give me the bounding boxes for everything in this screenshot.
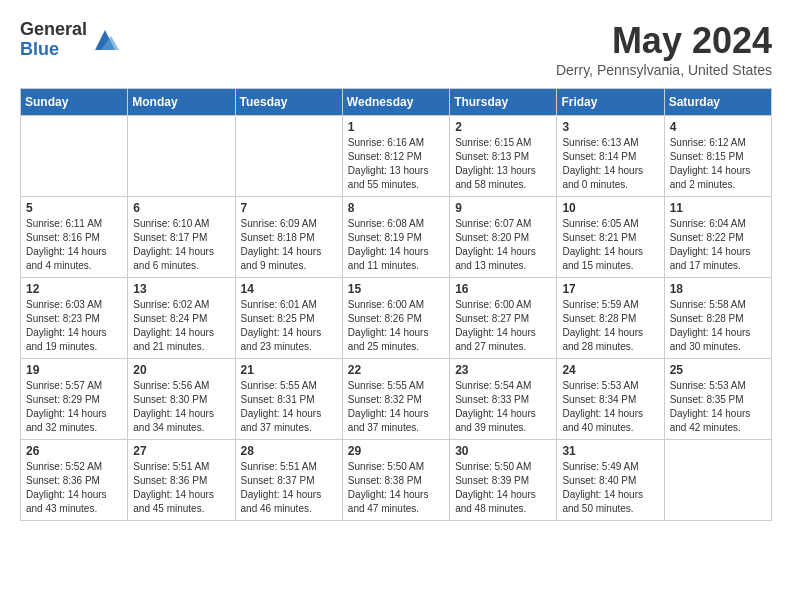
- day-of-week-header: Wednesday: [342, 89, 449, 116]
- day-number: 7: [241, 201, 337, 215]
- title-area: May 2024 Derry, Pennsylvania, United Sta…: [556, 20, 772, 78]
- day-info: Sunrise: 5:51 AMSunset: 8:36 PMDaylight:…: [133, 460, 229, 516]
- logo-text: General Blue: [20, 20, 87, 60]
- day-info: Sunrise: 5:56 AMSunset: 8:30 PMDaylight:…: [133, 379, 229, 435]
- calendar-day-cell: [664, 440, 771, 521]
- day-number: 17: [562, 282, 658, 296]
- calendar-day-cell: 8Sunrise: 6:08 AMSunset: 8:19 PMDaylight…: [342, 197, 449, 278]
- day-info: Sunrise: 6:12 AMSunset: 8:15 PMDaylight:…: [670, 136, 766, 192]
- day-info: Sunrise: 5:50 AMSunset: 8:38 PMDaylight:…: [348, 460, 444, 516]
- calendar-day-cell: 4Sunrise: 6:12 AMSunset: 8:15 PMDaylight…: [664, 116, 771, 197]
- day-number: 28: [241, 444, 337, 458]
- calendar-day-cell: 30Sunrise: 5:50 AMSunset: 8:39 PMDayligh…: [450, 440, 557, 521]
- day-number: 22: [348, 363, 444, 377]
- day-number: 1: [348, 120, 444, 134]
- day-info: Sunrise: 6:10 AMSunset: 8:17 PMDaylight:…: [133, 217, 229, 273]
- day-number: 14: [241, 282, 337, 296]
- calendar-day-cell: 17Sunrise: 5:59 AMSunset: 8:28 PMDayligh…: [557, 278, 664, 359]
- day-number: 2: [455, 120, 551, 134]
- day-info: Sunrise: 6:04 AMSunset: 8:22 PMDaylight:…: [670, 217, 766, 273]
- calendar-day-cell: 23Sunrise: 5:54 AMSunset: 8:33 PMDayligh…: [450, 359, 557, 440]
- calendar-day-cell: [235, 116, 342, 197]
- day-info: Sunrise: 6:01 AMSunset: 8:25 PMDaylight:…: [241, 298, 337, 354]
- calendar-day-cell: 14Sunrise: 6:01 AMSunset: 8:25 PMDayligh…: [235, 278, 342, 359]
- calendar-day-cell: 25Sunrise: 5:53 AMSunset: 8:35 PMDayligh…: [664, 359, 771, 440]
- day-number: 31: [562, 444, 658, 458]
- day-number: 4: [670, 120, 766, 134]
- day-info: Sunrise: 6:11 AMSunset: 8:16 PMDaylight:…: [26, 217, 122, 273]
- day-of-week-header: Saturday: [664, 89, 771, 116]
- day-number: 29: [348, 444, 444, 458]
- calendar-header-row: SundayMondayTuesdayWednesdayThursdayFrid…: [21, 89, 772, 116]
- calendar-table: SundayMondayTuesdayWednesdayThursdayFrid…: [20, 88, 772, 521]
- calendar-day-cell: 31Sunrise: 5:49 AMSunset: 8:40 PMDayligh…: [557, 440, 664, 521]
- calendar-week-row: 5Sunrise: 6:11 AMSunset: 8:16 PMDaylight…: [21, 197, 772, 278]
- calendar-day-cell: [128, 116, 235, 197]
- location-text: Derry, Pennsylvania, United States: [556, 62, 772, 78]
- day-of-week-header: Friday: [557, 89, 664, 116]
- calendar-day-cell: 15Sunrise: 6:00 AMSunset: 8:26 PMDayligh…: [342, 278, 449, 359]
- calendar-day-cell: 16Sunrise: 6:00 AMSunset: 8:27 PMDayligh…: [450, 278, 557, 359]
- day-info: Sunrise: 5:59 AMSunset: 8:28 PMDaylight:…: [562, 298, 658, 354]
- calendar-day-cell: 6Sunrise: 6:10 AMSunset: 8:17 PMDaylight…: [128, 197, 235, 278]
- day-number: 25: [670, 363, 766, 377]
- day-number: 26: [26, 444, 122, 458]
- calendar-day-cell: 13Sunrise: 6:02 AMSunset: 8:24 PMDayligh…: [128, 278, 235, 359]
- day-number: 16: [455, 282, 551, 296]
- calendar-day-cell: [21, 116, 128, 197]
- day-info: Sunrise: 5:49 AMSunset: 8:40 PMDaylight:…: [562, 460, 658, 516]
- calendar-day-cell: 3Sunrise: 6:13 AMSunset: 8:14 PMDaylight…: [557, 116, 664, 197]
- day-number: 27: [133, 444, 229, 458]
- day-of-week-header: Sunday: [21, 89, 128, 116]
- calendar-day-cell: 18Sunrise: 5:58 AMSunset: 8:28 PMDayligh…: [664, 278, 771, 359]
- day-number: 3: [562, 120, 658, 134]
- logo-blue-text: Blue: [20, 40, 87, 60]
- day-info: Sunrise: 5:57 AMSunset: 8:29 PMDaylight:…: [26, 379, 122, 435]
- day-info: Sunrise: 5:55 AMSunset: 8:31 PMDaylight:…: [241, 379, 337, 435]
- day-number: 13: [133, 282, 229, 296]
- calendar-day-cell: 5Sunrise: 6:11 AMSunset: 8:16 PMDaylight…: [21, 197, 128, 278]
- day-info: Sunrise: 5:50 AMSunset: 8:39 PMDaylight:…: [455, 460, 551, 516]
- day-number: 10: [562, 201, 658, 215]
- calendar-day-cell: 29Sunrise: 5:50 AMSunset: 8:38 PMDayligh…: [342, 440, 449, 521]
- day-number: 9: [455, 201, 551, 215]
- calendar-week-row: 26Sunrise: 5:52 AMSunset: 8:36 PMDayligh…: [21, 440, 772, 521]
- day-number: 8: [348, 201, 444, 215]
- day-number: 23: [455, 363, 551, 377]
- day-info: Sunrise: 5:53 AMSunset: 8:34 PMDaylight:…: [562, 379, 658, 435]
- day-of-week-header: Monday: [128, 89, 235, 116]
- calendar-day-cell: 19Sunrise: 5:57 AMSunset: 8:29 PMDayligh…: [21, 359, 128, 440]
- day-number: 19: [26, 363, 122, 377]
- day-info: Sunrise: 6:08 AMSunset: 8:19 PMDaylight:…: [348, 217, 444, 273]
- calendar-day-cell: 9Sunrise: 6:07 AMSunset: 8:20 PMDaylight…: [450, 197, 557, 278]
- day-number: 20: [133, 363, 229, 377]
- day-info: Sunrise: 6:05 AMSunset: 8:21 PMDaylight:…: [562, 217, 658, 273]
- day-number: 30: [455, 444, 551, 458]
- logo-general-text: General: [20, 20, 87, 40]
- page-header: General Blue May 2024 Derry, Pennsylvani…: [20, 20, 772, 78]
- day-info: Sunrise: 6:16 AMSunset: 8:12 PMDaylight:…: [348, 136, 444, 192]
- day-info: Sunrise: 5:54 AMSunset: 8:33 PMDaylight:…: [455, 379, 551, 435]
- day-number: 12: [26, 282, 122, 296]
- calendar-day-cell: 27Sunrise: 5:51 AMSunset: 8:36 PMDayligh…: [128, 440, 235, 521]
- day-info: Sunrise: 5:51 AMSunset: 8:37 PMDaylight:…: [241, 460, 337, 516]
- calendar-day-cell: 21Sunrise: 5:55 AMSunset: 8:31 PMDayligh…: [235, 359, 342, 440]
- calendar-week-row: 12Sunrise: 6:03 AMSunset: 8:23 PMDayligh…: [21, 278, 772, 359]
- calendar-day-cell: 26Sunrise: 5:52 AMSunset: 8:36 PMDayligh…: [21, 440, 128, 521]
- calendar-day-cell: 22Sunrise: 5:55 AMSunset: 8:32 PMDayligh…: [342, 359, 449, 440]
- day-info: Sunrise: 6:03 AMSunset: 8:23 PMDaylight:…: [26, 298, 122, 354]
- day-info: Sunrise: 5:52 AMSunset: 8:36 PMDaylight:…: [26, 460, 122, 516]
- day-info: Sunrise: 5:55 AMSunset: 8:32 PMDaylight:…: [348, 379, 444, 435]
- day-info: Sunrise: 6:02 AMSunset: 8:24 PMDaylight:…: [133, 298, 229, 354]
- day-info: Sunrise: 6:09 AMSunset: 8:18 PMDaylight:…: [241, 217, 337, 273]
- day-of-week-header: Thursday: [450, 89, 557, 116]
- calendar-day-cell: 7Sunrise: 6:09 AMSunset: 8:18 PMDaylight…: [235, 197, 342, 278]
- calendar-day-cell: 1Sunrise: 6:16 AMSunset: 8:12 PMDaylight…: [342, 116, 449, 197]
- logo-icon: [91, 26, 119, 54]
- day-info: Sunrise: 6:00 AMSunset: 8:27 PMDaylight:…: [455, 298, 551, 354]
- calendar-day-cell: 12Sunrise: 6:03 AMSunset: 8:23 PMDayligh…: [21, 278, 128, 359]
- day-number: 18: [670, 282, 766, 296]
- month-title: May 2024: [556, 20, 772, 62]
- day-number: 21: [241, 363, 337, 377]
- day-info: Sunrise: 5:53 AMSunset: 8:35 PMDaylight:…: [670, 379, 766, 435]
